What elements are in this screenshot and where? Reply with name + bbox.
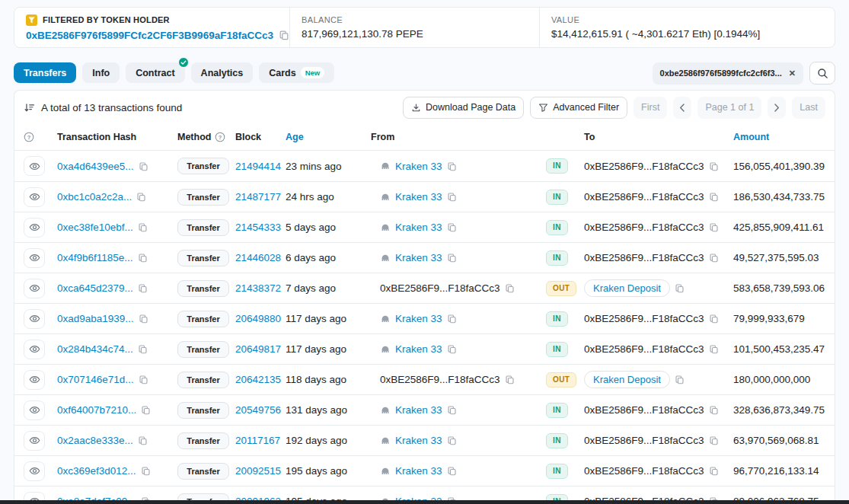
eye-preview-button[interactable] — [24, 340, 45, 359]
pagination-prev-button[interactable] — [673, 97, 691, 119]
col-amount-toggle[interactable]: Amount — [733, 132, 825, 142]
search-filter-pill[interactable]: 0xbe2586f976f5899fcfc2cf6f3... ✕ — [653, 62, 803, 85]
from-name-link[interactable]: Kraken 33 — [395, 161, 442, 172]
copy-icon[interactable] — [447, 192, 457, 202]
copy-icon[interactable] — [139, 314, 148, 324]
help-icon[interactable]: ? — [215, 132, 225, 142]
tab-analytics[interactable]: Analytics — [191, 62, 254, 83]
tx-hash-link[interactable]: 0xca645d2379... — [57, 282, 133, 294]
copy-icon[interactable] — [447, 314, 457, 324]
to-name-link[interactable]: Kraken Deposit — [593, 282, 661, 294]
tab-cards[interactable]: Cards New — [259, 62, 334, 83]
copy-icon[interactable] — [709, 466, 719, 476]
from-name-link[interactable]: Kraken 33 — [395, 191, 442, 203]
block-link[interactable]: 20649817 — [235, 343, 281, 355]
copy-icon[interactable] — [675, 375, 685, 384]
copy-icon[interactable] — [675, 283, 685, 293]
method-chip[interactable]: Transfer — [177, 219, 229, 236]
from-name-link[interactable]: Kraken 33 — [395, 435, 442, 446]
copy-icon[interactable] — [709, 253, 719, 263]
to-name-link[interactable]: Kraken Deposit — [593, 374, 661, 385]
block-link[interactable]: 20549756 — [235, 404, 281, 416]
help-icon[interactable]: ? — [24, 132, 34, 142]
pagination-next-button[interactable] — [768, 97, 786, 119]
copy-icon[interactable] — [141, 466, 151, 476]
from-name-link[interactable]: Kraken 33 — [395, 222, 442, 233]
eye-preview-button[interactable] — [24, 248, 45, 268]
block-link[interactable]: 20092515 — [235, 465, 281, 477]
block-link[interactable]: 21494414 — [235, 161, 281, 172]
copy-icon[interactable] — [447, 405, 457, 415]
copy-icon[interactable] — [709, 314, 719, 324]
copy-icon[interactable] — [139, 161, 148, 171]
copy-icon[interactable] — [709, 344, 719, 354]
copy-icon[interactable] — [447, 344, 457, 354]
copy-icon[interactable] — [139, 375, 148, 384]
eye-preview-button[interactable] — [24, 279, 45, 298]
copy-icon[interactable] — [279, 30, 289, 40]
advanced-filter-button[interactable]: Advanced Filter — [530, 97, 627, 119]
block-link[interactable]: 20649880 — [235, 313, 281, 324]
block-link[interactable]: 21438372 — [235, 282, 281, 294]
block-link[interactable]: 21487177 — [235, 191, 281, 203]
copy-icon[interactable] — [138, 222, 148, 232]
copy-icon[interactable] — [447, 466, 457, 476]
method-chip[interactable]: Transfer — [177, 189, 229, 206]
copy-icon[interactable] — [141, 405, 151, 415]
copy-icon[interactable] — [447, 253, 457, 263]
method-chip[interactable]: Transfer — [177, 158, 229, 174]
copy-icon[interactable] — [447, 161, 457, 171]
pagination-last-button[interactable]: Last — [792, 97, 825, 119]
copy-icon[interactable] — [447, 222, 457, 232]
from-name-link[interactable]: Kraken 33 — [395, 343, 442, 355]
tx-hash-link[interactable]: 0x2aac8e333e... — [57, 435, 133, 446]
search-button[interactable] — [809, 62, 835, 85]
tx-hash-link[interactable]: 0x284b434c74... — [57, 343, 133, 355]
eye-preview-button[interactable] — [24, 187, 45, 207]
tx-hash-link[interactable]: 0xad9aba1939... — [57, 313, 134, 324]
copy-icon[interactable] — [709, 405, 719, 415]
block-link[interactable]: 21446028 — [235, 252, 281, 263]
method-chip[interactable]: Transfer — [177, 402, 229, 419]
eye-preview-button[interactable] — [24, 370, 45, 390]
tab-info[interactable]: Info — [82, 62, 120, 83]
copy-icon[interactable] — [138, 344, 148, 354]
eye-preview-button[interactable] — [24, 309, 45, 329]
method-chip[interactable]: Transfer — [177, 311, 229, 327]
tx-hash-link[interactable]: 0xbc1c0a2c2a... — [57, 191, 132, 203]
copy-icon[interactable] — [709, 192, 719, 202]
copy-icon[interactable] — [138, 435, 148, 445]
tx-hash-link[interactable]: 0xec38fe10ebf... — [57, 222, 133, 233]
eye-preview-button[interactable] — [24, 461, 45, 481]
method-chip[interactable]: Transfer — [177, 372, 229, 388]
eye-preview-button[interactable] — [24, 431, 45, 451]
copy-icon[interactable] — [447, 435, 457, 445]
block-link[interactable]: 20642135 — [235, 374, 281, 385]
col-age-toggle[interactable]: Age — [286, 132, 371, 142]
copy-icon[interactable] — [709, 222, 719, 232]
tx-hash-link[interactable]: 0xa4d6439ee5... — [57, 161, 134, 172]
tx-hash-link[interactable]: 0x707146e71d... — [57, 374, 134, 385]
tx-hash-link[interactable]: 0xc369ef3d012... — [57, 465, 136, 477]
holder-address-link[interactable]: 0xBE2586F976f5899FCfc2CF6F3B9969aF18faCC… — [26, 30, 273, 41]
from-name-link[interactable]: Kraken 33 — [395, 252, 442, 263]
copy-icon[interactable] — [505, 375, 515, 384]
from-name-link[interactable]: Kraken 33 — [395, 313, 442, 324]
copy-icon[interactable] — [138, 283, 148, 293]
tab-transfers[interactable]: Transfers — [14, 62, 76, 83]
eye-preview-button[interactable] — [24, 400, 45, 420]
download-page-data-button[interactable]: Download Page Data — [403, 97, 524, 119]
copy-icon[interactable] — [709, 161, 719, 171]
method-chip[interactable]: Transfer — [177, 463, 229, 480]
copy-icon[interactable] — [138, 253, 148, 263]
tab-contract[interactable]: Contract — [126, 62, 184, 83]
pagination-first-button[interactable]: First — [634, 97, 667, 119]
eye-preview-button[interactable] — [24, 218, 45, 238]
block-link[interactable]: 20117167 — [235, 435, 280, 446]
tx-hash-link[interactable]: 0xf64007b7210... — [57, 404, 136, 416]
method-chip[interactable]: Transfer — [177, 280, 229, 297]
copy-icon[interactable] — [136, 192, 146, 202]
method-chip[interactable]: Transfer — [177, 341, 229, 358]
copy-icon[interactable] — [505, 283, 515, 293]
block-link[interactable]: 21454333 — [235, 222, 281, 233]
